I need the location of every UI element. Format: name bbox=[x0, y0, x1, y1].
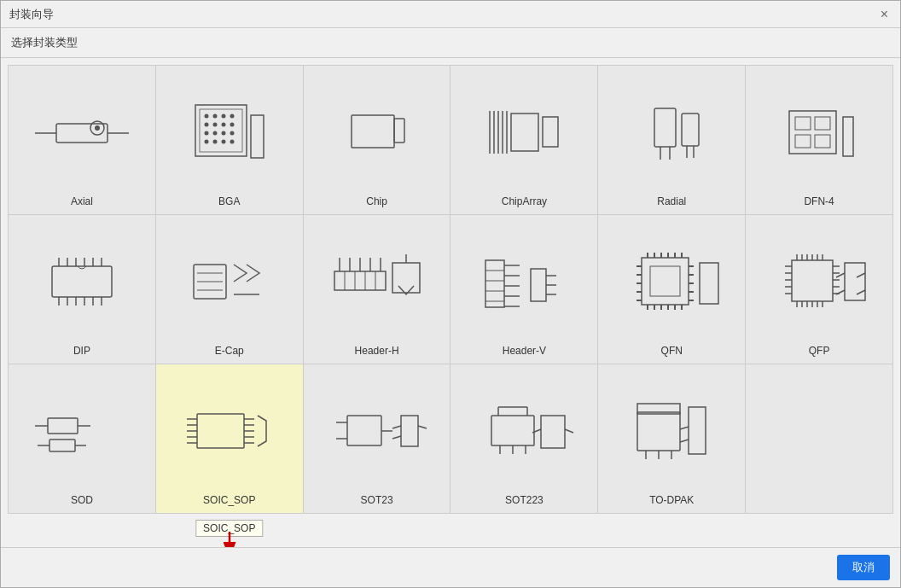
chiparray-label: ChipArray bbox=[502, 195, 547, 207]
svg-rect-44 bbox=[843, 117, 853, 156]
svg-rect-0 bbox=[56, 124, 108, 143]
svg-rect-161 bbox=[347, 416, 381, 445]
package-cell-chip[interactable]: Chip bbox=[304, 66, 451, 215]
svg-point-21 bbox=[221, 140, 225, 144]
svg-point-8 bbox=[212, 114, 217, 119]
soic-sop-icon-area bbox=[160, 371, 299, 491]
package-cell-bga[interactable]: BGA bbox=[156, 66, 304, 215]
package-cell-chiparray[interactable]: ChipArray bbox=[450, 66, 598, 215]
svg-rect-137 bbox=[845, 263, 865, 300]
package-cell-header-v[interactable]: Header-V bbox=[450, 215, 598, 364]
qfn-label: QFN bbox=[661, 345, 683, 357]
package-cell-todpak[interactable]: TO-DPAK bbox=[598, 364, 746, 514]
svg-point-9 bbox=[221, 114, 225, 119]
svg-point-14 bbox=[230, 123, 234, 127]
svg-rect-114 bbox=[792, 260, 833, 301]
svg-rect-5 bbox=[195, 105, 247, 156]
sot223-icon-area bbox=[454, 371, 594, 491]
package-cell-dip[interactable]: DIP bbox=[9, 215, 156, 364]
ecap-label: E-Cap bbox=[215, 345, 244, 357]
svg-rect-45 bbox=[52, 266, 112, 297]
svg-rect-63 bbox=[334, 271, 386, 290]
svg-rect-113 bbox=[700, 263, 718, 304]
package-cell-dfn4[interactable]: DFN-4 bbox=[746, 66, 893, 215]
svg-point-13 bbox=[221, 123, 225, 127]
axial-icon-area bbox=[12, 73, 152, 192]
cancel-button[interactable]: 取消 bbox=[837, 555, 890, 580]
svg-line-186 bbox=[680, 440, 689, 442]
dfn4-label: DFN-4 bbox=[804, 195, 834, 207]
svg-rect-40 bbox=[795, 117, 811, 130]
todpak-label: TO-DPAK bbox=[649, 494, 694, 506]
dfn4-icon-area bbox=[749, 73, 889, 192]
todpak-icon-area bbox=[602, 371, 741, 491]
svg-rect-169 bbox=[491, 416, 534, 445]
svg-rect-176 bbox=[541, 416, 565, 448]
svg-point-22 bbox=[230, 140, 234, 144]
sod-label: SOD bbox=[71, 494, 93, 506]
svg-rect-145 bbox=[49, 440, 75, 451]
bga-label: BGA bbox=[218, 195, 240, 207]
header-v-icon-area bbox=[454, 222, 594, 341]
package-cell-ecap[interactable]: E-Cap bbox=[156, 215, 304, 364]
svg-rect-23 bbox=[251, 115, 264, 158]
svg-line-178 bbox=[565, 429, 573, 433]
svg-rect-184 bbox=[689, 407, 706, 454]
dip-label: DIP bbox=[73, 345, 90, 357]
svg-point-4 bbox=[95, 125, 100, 131]
header-h-icon-area bbox=[307, 222, 447, 341]
chiparray-icon-area bbox=[454, 73, 594, 192]
chip-label: Chip bbox=[366, 195, 387, 207]
soic-sop-tooltip: SOIC_SOP bbox=[195, 520, 263, 537]
svg-point-7 bbox=[204, 114, 208, 119]
dialog-footer: 取消 bbox=[1, 547, 900, 587]
close-button[interactable]: × bbox=[877, 8, 892, 21]
dip-icon-area bbox=[12, 222, 152, 341]
svg-rect-32 bbox=[543, 117, 558, 147]
package-cell-sod[interactable]: SOD bbox=[9, 364, 156, 514]
svg-point-16 bbox=[212, 131, 217, 136]
svg-line-141 bbox=[857, 290, 865, 294]
svg-rect-43 bbox=[815, 135, 830, 148]
sod-icon-area bbox=[12, 371, 152, 491]
axial-label: Axial bbox=[71, 195, 93, 207]
svg-rect-148 bbox=[197, 414, 244, 448]
tooltip-arrow bbox=[212, 530, 247, 547]
svg-rect-41 bbox=[815, 117, 830, 130]
svg-rect-24 bbox=[352, 115, 394, 148]
svg-rect-33 bbox=[654, 108, 676, 147]
header-h-label: Header-H bbox=[355, 345, 399, 357]
svg-point-15 bbox=[204, 131, 208, 136]
radial-icon-area bbox=[602, 73, 741, 192]
svg-point-17 bbox=[221, 131, 225, 136]
qfn-icon-area bbox=[602, 222, 741, 341]
package-cell-radial[interactable]: Radial bbox=[598, 66, 746, 215]
package-grid-area: Axial bbox=[1, 58, 900, 547]
svg-rect-75 bbox=[485, 260, 504, 307]
sot223-label: SOT223 bbox=[505, 494, 544, 506]
package-grid: Axial bbox=[8, 65, 893, 514]
package-cell-empty bbox=[746, 364, 893, 514]
svg-point-20 bbox=[212, 140, 217, 144]
svg-point-19 bbox=[204, 140, 208, 144]
qfp-icon-area bbox=[749, 222, 889, 341]
bga-icon-area bbox=[160, 73, 299, 192]
svg-rect-42 bbox=[795, 135, 811, 148]
soic-sop-label: SOIC_SOP bbox=[203, 494, 255, 506]
header-v-label: Header-V bbox=[503, 345, 546, 357]
package-cell-sot223[interactable]: SOT223 bbox=[450, 364, 598, 514]
svg-rect-36 bbox=[682, 114, 699, 146]
qfp-label: QFP bbox=[809, 345, 830, 357]
ecap-icon-area bbox=[160, 222, 299, 341]
package-cell-qfn[interactable]: QFN bbox=[598, 215, 746, 364]
package-cell-sot23[interactable]: SOT23 bbox=[304, 364, 451, 514]
package-cell-qfp[interactable]: QFP bbox=[746, 215, 893, 364]
package-wizard-dialog: 封装向导 × 选择封装类型 Axial bbox=[0, 0, 901, 588]
package-cell-header-h[interactable]: Header-H bbox=[304, 215, 451, 364]
svg-point-12 bbox=[212, 123, 217, 127]
radial-label: Radial bbox=[657, 195, 686, 207]
package-cell-soic-sop[interactable]: SOIC_SOP SOIC_SOP bbox=[156, 364, 304, 514]
svg-line-168 bbox=[418, 426, 427, 428]
svg-line-166 bbox=[392, 426, 401, 428]
package-cell-axial[interactable]: Axial bbox=[9, 66, 156, 215]
